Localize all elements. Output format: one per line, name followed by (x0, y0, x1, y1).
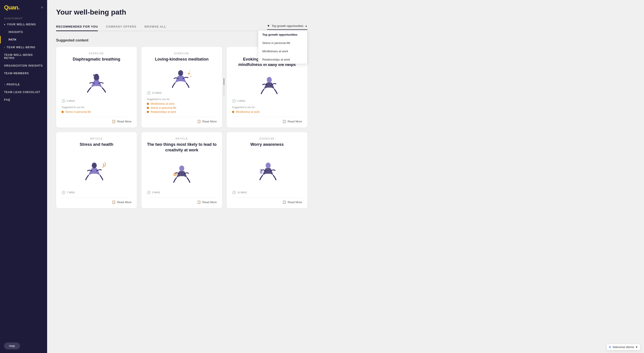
tag-dot (147, 107, 149, 109)
card-tags: Mindfulness at work Stress in personal l… (147, 102, 217, 113)
card-type: EXERCISE (232, 137, 302, 140)
read-more-button[interactable]: 📋 Read More (197, 200, 217, 204)
sidebar-item-your-well-being[interactable]: ▾ YOUR WELL-BEING (0, 21, 47, 28)
sidebar-bottom: Help (0, 339, 47, 353)
filter-area: ▼ Top growth opportunities ▲ Top growth … (267, 24, 308, 29)
sidebar-item-label: TEAM LEAD CHECKLIST (4, 91, 40, 94)
tag-dot (147, 111, 149, 113)
card-tag-2: Relationships at work (147, 110, 217, 113)
chevron-right-icon: › (4, 46, 5, 49)
sidebar-item-team-members[interactable]: TEAM MEMBERS (0, 69, 47, 77)
card-time: 🕐 5 MINS (62, 99, 132, 103)
card-footer: 📋 Read More (62, 117, 132, 123)
read-more-button[interactable]: 📋 Read More (197, 119, 217, 123)
card-illustration (62, 67, 132, 97)
svg-point-7 (179, 166, 184, 171)
read-more-button[interactable]: 📋 Read More (282, 200, 302, 204)
card-illustration (147, 158, 217, 189)
dropdown-item-stress-personal[interactable]: Stress in personal life (258, 39, 307, 47)
close-icon[interactable]: × (41, 5, 43, 10)
card-tag: Mindfulness at work (232, 110, 302, 113)
svg-point-8 (173, 173, 177, 176)
card-time: 🕐 3 MINS (147, 191, 217, 194)
sidebar-item-path[interactable]: PATH (0, 36, 47, 43)
card-tags: Stress in personal life (62, 110, 132, 113)
svg-point-2 (188, 73, 190, 74)
book-icon: 📋 (282, 119, 286, 123)
card-illustration (232, 72, 302, 98)
card-footer: 📋 Read More (147, 197, 217, 204)
card-title: The two things most likely to lead to cr… (147, 142, 217, 153)
card-footer: 📋 Read More (147, 117, 217, 123)
tab-recommended[interactable]: RECOMMENDED FOR YOU (56, 23, 98, 31)
book-icon: 📋 (197, 119, 201, 123)
book-icon: 📋 (112, 119, 116, 123)
sidebar-item-profile[interactable]: › PROFILE (0, 81, 47, 88)
sidebar-item-label: PATH (8, 38, 16, 41)
card-stress-health: ARTICLE Stress and health (56, 132, 137, 208)
sidebar-item-label: ORGANIZATION INSIGHTS (4, 64, 43, 67)
svg-point-1 (178, 70, 183, 76)
card-suggested-label: Suggested to you for: (62, 106, 132, 108)
filter-chevron-icon: ▲ (305, 24, 308, 27)
read-more-button[interactable]: 📋 Read More (112, 200, 132, 204)
translate-label: Selecionar idioma (612, 346, 634, 349)
sidebar-item-faq[interactable]: FAQ (0, 96, 47, 104)
card-time: 🕐 15 MINS (147, 91, 217, 95)
translate-bar[interactable]: G Selecionar idioma ▼ (606, 344, 640, 350)
card-loving-kindness: EXERCISE Loving-kindness meditation (141, 47, 222, 128)
translate-chevron-icon: ▼ (635, 346, 638, 349)
card-title: Diaphragmatic breathing (62, 56, 132, 62)
book-icon: 📋 (197, 200, 201, 204)
filter-label: Top growth opportunities (272, 24, 304, 27)
card-type: EXERCISE (147, 52, 217, 55)
card-suggested-label: Suggested to you for: (147, 98, 217, 100)
card-time: 🕐 10 MINS (232, 191, 302, 194)
card-footer: 📋 Read More (232, 117, 302, 123)
sidebar-item-team-well-being[interactable]: › TEAM WELL-BEING (0, 43, 47, 51)
sidebar-item-insights[interactable]: INSIGHTS (0, 28, 47, 36)
sidebar-header: Quan. × (0, 0, 47, 13)
sidebar-item-label: TEAM WELL-BEING (6, 46, 35, 49)
read-more-button[interactable]: 📋 Read More (112, 119, 132, 123)
card-worry-awareness: EXERCISE Worry awareness (227, 132, 308, 208)
clock-icon: 🕐 (147, 191, 150, 194)
read-more-button[interactable]: 📋 Read More (282, 119, 302, 123)
dropdown-item-mindfulness[interactable]: Mindfulness at work (258, 47, 307, 55)
sidebar-item-team-well-being-retro[interactable]: TEAM WELL-BEING RETRO (0, 51, 47, 62)
tabs-bar: RECOMMENDED FOR YOU COMPANY OFFERS BROWS… (56, 23, 308, 31)
sidebar-item-label: TEAM WELL-BEING RETRO (4, 53, 43, 60)
clock-icon: 🕐 (232, 99, 236, 103)
tab-company-offers[interactable]: COMPANY OFFERS (106, 23, 136, 31)
card-title: Stress and health (62, 142, 132, 147)
sidebar-item-organization-insights[interactable]: ORGANIZATION INSIGHTS (0, 62, 47, 69)
tab-browse-all[interactable]: BROWSE ALL (144, 23, 166, 31)
sidebar-item-label: TEAM MEMBERS (4, 72, 29, 75)
google-icon: G (609, 345, 611, 349)
card-type: ARTICLE (62, 137, 132, 140)
card-two-things: ARTICLE The two things most likely to le… (141, 132, 222, 208)
card-illustration (62, 152, 132, 189)
sidebar-item-label: INSIGHTS (8, 30, 23, 34)
help-button[interactable]: Help (4, 343, 20, 350)
chevron-right-icon: › (4, 83, 5, 86)
sidebar-item-team-lead-checklist[interactable]: TEAM LEAD CHECKLIST (0, 88, 47, 96)
card-illustration (232, 152, 302, 189)
card-diaphragmatic-breathing: EXERCISE Diaphragmatic breathing (56, 47, 137, 128)
card-type: ARTICLE (147, 137, 217, 140)
book-icon: 📋 (112, 200, 116, 204)
dropdown-item-relationships[interactable]: Relationships at work (258, 55, 307, 64)
dropdown-item-top-growth[interactable]: Top growth opportunities (258, 30, 307, 39)
card-footer: 📋 Read More (232, 197, 302, 204)
card-footer: 📋 Read More (62, 197, 132, 204)
card-time: 🕐 3 MINS (232, 99, 302, 103)
svg-point-6 (92, 163, 97, 168)
page-title: Your well-being path (56, 8, 308, 16)
logo: Quan. (4, 4, 20, 11)
card-tag-0: Mindfulness at work (147, 102, 217, 105)
cards-row-2: ARTICLE Stress and health (56, 132, 308, 208)
card-tag-1: Stress in personal life (147, 106, 217, 109)
sidebar-item-label: FAQ (4, 98, 10, 101)
svg-point-9 (266, 163, 270, 168)
filter-button[interactable]: ▼ Top growth opportunities ▲ (267, 24, 308, 30)
